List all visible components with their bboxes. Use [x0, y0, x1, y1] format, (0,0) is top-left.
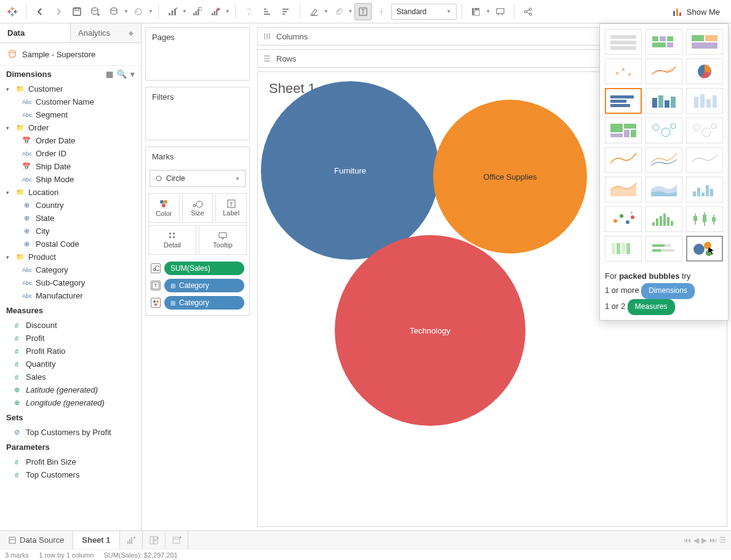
field-item[interactable]: #Discount	[0, 319, 141, 332]
field-item[interactable]: ⊕Latitude (generated)	[0, 383, 141, 396]
showme-thumb[interactable]	[645, 118, 682, 143]
showme-thumb[interactable]	[605, 58, 642, 84]
menu-icon[interactable]: ▾	[130, 70, 135, 79]
field-item[interactable]: ⊕State	[0, 212, 141, 225]
tableau-logo-icon[interactable]	[4, 3, 21, 20]
forward-icon[interactable]	[50, 3, 67, 20]
swap-icon[interactable]	[241, 3, 258, 20]
showme-thumb[interactable]	[605, 147, 642, 173]
tab-sheet1[interactable]: Sheet 1	[73, 531, 119, 549]
marks-size[interactable]: Size	[182, 193, 214, 223]
marks-tooltip[interactable]: Tooltip	[199, 225, 247, 255]
nav-first-icon[interactable]: ⏮	[684, 536, 691, 545]
refresh-icon[interactable]	[130, 3, 147, 20]
nav-next-icon[interactable]: ▶	[701, 536, 707, 545]
mark-type-select[interactable]: Circle ▼	[150, 170, 246, 187]
showme-thumb[interactable]	[686, 206, 723, 232]
presentation-icon[interactable]	[492, 3, 509, 20]
field-item[interactable]: AbcCustomer Name	[0, 95, 141, 108]
pages-shelf[interactable]: Pages	[145, 27, 250, 81]
field-item[interactable]: ⊕Longitude (generated)	[0, 396, 141, 409]
marks-detail[interactable]: Detail	[148, 225, 196, 255]
pill-row[interactable]: T⊞Category	[147, 277, 248, 294]
bubble[interactable]: Technology	[335, 235, 525, 426]
field-item[interactable]: AbcSub-Category	[0, 276, 141, 289]
field-group[interactable]: ▾📁Order	[0, 121, 141, 134]
show-me-button[interactable]: Show Me	[666, 2, 726, 21]
showme-thumb[interactable]	[686, 29, 723, 55]
nav-tabs-icon[interactable]: ☰	[719, 536, 726, 545]
showme-thumb[interactable]	[645, 177, 682, 202]
share-icon[interactable]	[519, 3, 537, 20]
tab-data[interactable]: Data	[0, 23, 71, 42]
showme-thumb[interactable]: +	[605, 206, 642, 232]
sort-desc-icon[interactable]	[278, 3, 295, 20]
field-item[interactable]: #Profit Bin Size	[0, 455, 141, 468]
showme-thumb[interactable]	[645, 206, 682, 232]
field-group[interactable]: ▾📁Customer	[0, 82, 141, 95]
showme-thumb[interactable]	[686, 147, 723, 173]
field-item[interactable]: #Profit	[0, 332, 141, 345]
pill[interactable]: SUM(Sales)	[164, 262, 244, 275]
back-icon[interactable]	[31, 3, 49, 20]
pill-row[interactable]: ⊞Category	[147, 294, 248, 311]
field-item[interactable]: #Quantity	[0, 358, 141, 370]
new-datasource-icon[interactable]	[87, 3, 104, 20]
show-cards-icon[interactable]	[467, 3, 484, 20]
showme-thumb[interactable]	[605, 177, 642, 202]
field-item[interactable]: ⊕Country	[0, 199, 141, 212]
sort-asc-icon[interactable]	[259, 3, 276, 20]
showme-thumb[interactable]	[645, 236, 682, 262]
field-item[interactable]: ⊘Top Customers by Profit	[0, 426, 141, 439]
field-item[interactable]: AbcManufacturer	[0, 289, 141, 302]
bubble[interactable]: Furniture	[261, 81, 439, 260]
filters-shelf[interactable]: Filters	[145, 87, 250, 140]
pill[interactable]: ⊞Category	[164, 296, 244, 310]
field-item[interactable]: AbcShip Mode	[0, 173, 141, 186]
pill-row[interactable]: SUM(Sales)	[147, 260, 248, 277]
showme-thumb[interactable]	[645, 58, 682, 84]
fit-select[interactable]: Standard▼	[391, 4, 457, 20]
field-group[interactable]: ▾📁Location	[0, 186, 141, 199]
new-story-icon[interactable]: +	[166, 531, 188, 549]
new-sheet-icon[interactable]: +	[164, 3, 181, 20]
marks-label[interactable]: TLabel	[215, 193, 247, 223]
showme-thumb[interactable]	[645, 88, 682, 114]
field-item[interactable]: AbcCategory	[0, 263, 141, 276]
new-worksheet-icon[interactable]: +	[120, 531, 143, 549]
showme-thumb[interactable]	[645, 29, 682, 55]
showme-thumb[interactable]	[686, 177, 723, 202]
search-icon[interactable]: 🔍	[117, 70, 127, 79]
field-item[interactable]: #Top Customers	[0, 468, 141, 481]
field-item[interactable]: ⊕City	[0, 225, 141, 238]
showme-thumb[interactable]	[645, 147, 682, 173]
showme-thumb[interactable]	[686, 58, 723, 84]
field-item[interactable]: #Profit Ratio	[0, 345, 141, 358]
field-item[interactable]: ⊕Postal Code	[0, 238, 141, 250]
field-item[interactable]: 📅Order Date	[0, 134, 141, 147]
attach-icon[interactable]	[330, 3, 347, 20]
new-dashboard-icon[interactable]: +	[143, 531, 166, 549]
showme-thumb[interactable]	[605, 29, 642, 55]
save-icon[interactable]	[68, 3, 86, 20]
tab-datasource[interactable]: Data Source	[0, 531, 73, 549]
pin-icon[interactable]	[373, 3, 390, 20]
showme-thumb[interactable]	[686, 118, 723, 143]
tab-analytics[interactable]: Analytics◆	[71, 23, 141, 42]
field-item[interactable]: AbcOrder ID	[0, 147, 141, 160]
field-item[interactable]: #Sales	[0, 370, 141, 383]
datasource-row[interactable]: Sample - Superstore	[0, 43, 141, 66]
showme-thumb[interactable]	[605, 88, 642, 114]
autoupdate-icon[interactable]	[105, 3, 122, 20]
nav-last-icon[interactable]: ⏭	[709, 536, 717, 545]
showme-thumb[interactable]	[686, 236, 723, 262]
highlighter-icon[interactable]	[305, 3, 322, 20]
duplicate-icon[interactable]	[188, 3, 206, 20]
pill[interactable]: ⊞Category	[164, 279, 244, 292]
field-item[interactable]: AbcSegment	[0, 108, 141, 121]
showme-thumb[interactable]	[686, 88, 723, 114]
clear-sheet-icon[interactable]	[207, 3, 224, 20]
marklabel-icon[interactable]: T	[354, 3, 372, 20]
nav-prev-icon[interactable]: ◀	[693, 536, 699, 545]
view-icon[interactable]: ▦	[106, 70, 113, 79]
